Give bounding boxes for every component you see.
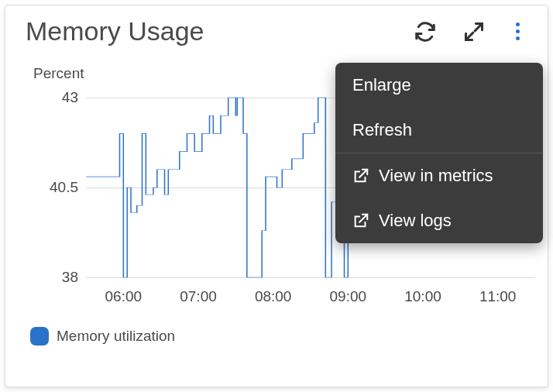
x-tick-label: 08:00 (255, 288, 292, 305)
y-axis-ticks: 4340.538 (26, 98, 86, 277)
menu-item-label: View in metrics (379, 166, 493, 186)
menu-item-label: View logs (379, 211, 452, 231)
external-link-icon (352, 212, 369, 229)
y-tick-label: 43 (26, 89, 78, 106)
widget-header: Memory Usage (5, 5, 548, 50)
widget-toolbar (414, 19, 527, 43)
menu-item-view-metrics[interactable]: View in metrics (335, 153, 543, 198)
menu-item-label: Enlarge (352, 75, 411, 95)
menu-item-view-logs[interactable]: View logs (335, 198, 543, 243)
menu-item-enlarge[interactable]: Enlarge (335, 63, 543, 108)
menu-item-label: Refresh (352, 120, 412, 140)
x-tick-label: 10:00 (404, 288, 441, 305)
more-options-icon[interactable] (511, 19, 524, 43)
refresh-icon[interactable] (414, 20, 437, 43)
enlarge-icon[interactable] (463, 21, 485, 43)
menu-item-refresh[interactable]: Refresh (335, 108, 543, 153)
widget-title: Memory Usage (26, 16, 204, 46)
widget-card: Memory Usage (5, 5, 548, 387)
x-tick-label: 09:00 (330, 288, 367, 305)
x-tick-label: 07:00 (180, 288, 217, 305)
x-tick-label: 06:00 (105, 288, 143, 305)
legend-label: Memory utilization (57, 328, 175, 345)
x-axis-ticks: 06:0007:0008:0009:0010:0011:00 (26, 288, 543, 313)
legend-swatch (30, 327, 49, 346)
chart-legend: Memory utilization (5, 313, 548, 346)
y-tick-label: 40.5 (26, 179, 78, 196)
external-link-icon (352, 167, 369, 184)
y-tick-label: 38 (26, 269, 78, 286)
options-menu: Enlarge Refresh View in metrics View lo (335, 63, 543, 243)
x-tick-label: 11:00 (479, 288, 517, 305)
